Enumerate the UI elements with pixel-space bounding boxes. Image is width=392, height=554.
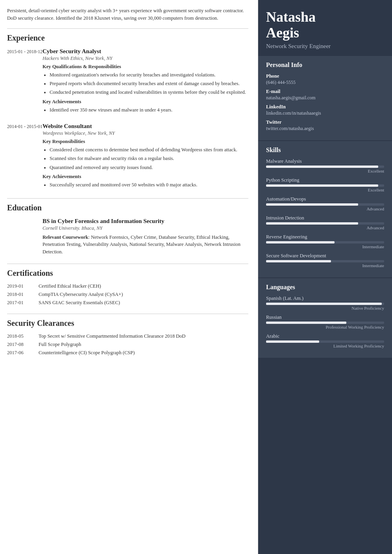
divider-education <box>7 198 248 199</box>
skill-bar-bg-0 <box>266 165 384 168</box>
responsibilities-label-2: Key Responsibilities <box>43 139 248 145</box>
cert-item-3: 2017-01 SANS GIAC Security Essentials (G… <box>7 300 248 306</box>
skills-section: Skills Malware Analysis Excellent Python… <box>258 141 392 277</box>
lang-bar-bg-2 <box>266 340 384 343</box>
clearances-title: Security Clearances <box>7 319 248 328</box>
skill-level-4: Intermediate <box>266 244 384 249</box>
exp-date-1: 2015-01 - 2018-12 <box>7 48 43 115</box>
exp-content-1: Cyber Security Analyst Hackers With Ethi… <box>43 48 248 115</box>
lang-item-0: Spanish (Lat. Am.) Native Proficiency <box>266 296 384 310</box>
edu-coursework: Relevant Coursework: Network Forensics, … <box>43 234 248 256</box>
right-header: Natasha Aegis Network Security Engineer <box>258 0 392 56</box>
skill-item-3: Intrusion Detection Advanced <box>266 215 384 230</box>
personal-info-title: Personal Info <box>266 61 384 69</box>
skill-item-0: Malware Analysis Excellent <box>266 158 384 173</box>
company-1: Hackers With Ethics, New York, NY <box>43 56 248 61</box>
skill-level-2: Advanced <box>266 206 384 211</box>
lang-level-0: Native Proficiency <box>266 306 384 310</box>
list-item: Identified over 350 new viruses and malw… <box>50 106 248 114</box>
achievements-label-2: Key Achievements <box>43 174 248 180</box>
achievements-list-1: Identified over 350 new viruses and malw… <box>43 106 248 114</box>
list-item: Monitored organization's networks for se… <box>50 71 248 79</box>
skill-name-2: Automation/Devops <box>266 196 384 202</box>
lang-level-2: Limited Working Proficiency <box>266 344 384 348</box>
skill-bar-fill-5 <box>266 260 331 262</box>
clearance-item-1: 2018-05 Top Secret w/ Sensitive Compartm… <box>7 333 248 339</box>
skill-bar-bg-4 <box>266 241 384 244</box>
responsibilities-list-2: Considered client concerns to determine … <box>43 146 248 171</box>
company-2: Wordpress Workplace, New York, NY <box>43 130 248 136</box>
achievements-list-2: Successfully secured and monitored over … <box>43 181 248 189</box>
skill-item-1: Python Scripting Excellent <box>266 177 384 192</box>
summary-text: Persistent, detail-oriented cyber securi… <box>7 7 248 22</box>
clearances-section: Security Clearances 2018-05 Top Secret w… <box>7 319 248 356</box>
candidate-name-line1: Natasha <box>266 9 316 25</box>
certifications-title: Certifications <box>7 269 248 278</box>
cert-date-1: 2019-01 <box>7 283 39 289</box>
skill-bar-bg-1 <box>266 184 384 187</box>
lang-bar-bg-1 <box>266 322 384 324</box>
cert-name-2: CompTIA Cybersecurity Analyst (CySA+) <box>39 292 248 297</box>
lang-bar-bg-0 <box>266 303 384 305</box>
email-value: natasha.aegis@gmail.com <box>266 95 384 101</box>
lang-bar-fill-2 <box>266 340 319 343</box>
clearance-date-2: 2017-08 <box>7 342 39 348</box>
skill-level-1: Excellent <box>266 188 384 192</box>
experience-section: Experience 2015-01 - 2018-12 Cyber Secur… <box>7 33 248 190</box>
skill-bar-fill-0 <box>266 165 378 168</box>
skill-bar-fill-4 <box>266 241 335 244</box>
left-column: Persistent, detail-oriented cyber securi… <box>0 0 258 554</box>
exp-content-2: Website Consultant Wordpress Workplace, … <box>43 123 248 190</box>
twitter-label: Twitter <box>266 119 384 125</box>
skill-bar-bg-2 <box>266 203 384 206</box>
list-item: Quarantined and removed any security iss… <box>50 164 248 171</box>
certifications-section: Certifications 2019-01 Certified Ethical… <box>7 269 248 306</box>
languages-title: Languages <box>266 284 384 291</box>
skill-bar-fill-2 <box>266 203 358 206</box>
skill-bar-bg-3 <box>266 222 384 225</box>
clearance-name-3: Counterintelligence (CI) Scope Polygraph… <box>39 350 248 356</box>
experience-title: Experience <box>7 33 248 43</box>
skill-name-5: Secure Software Development <box>266 253 384 259</box>
clearance-item-3: 2017-06 Counterintelligence (CI) Scope P… <box>7 350 248 356</box>
experience-item-1: 2015-01 - 2018-12 Cyber Security Analyst… <box>7 48 248 115</box>
skill-name-3: Intrusion Detection <box>266 215 384 221</box>
skill-item-4: Reverse Engineering Intermediate <box>266 234 384 249</box>
languages-section: Languages Spanish (Lat. Am.) Native Prof… <box>258 278 392 358</box>
divider-certifications <box>7 264 248 264</box>
responsibilities-list-1: Monitored organization's networks for se… <box>43 71 248 97</box>
education-title: Education <box>7 203 248 212</box>
skill-name-4: Reverse Engineering <box>266 234 384 240</box>
list-item: Prepared reports which documented securi… <box>50 80 248 87</box>
lang-bar-fill-0 <box>266 303 382 305</box>
twitter-value: twitter.com/natasha.aegis <box>266 126 384 132</box>
clearance-name-1: Top Secret w/ Sensitive Compartmented In… <box>39 333 248 339</box>
email-label: E-mail <box>266 89 384 95</box>
job-title-2: Website Consultant <box>43 123 248 130</box>
candidate-name-line2: Aegis <box>266 25 299 41</box>
responsibilities-label-1: Key Qualifications & Responsibilities <box>43 64 248 70</box>
education-section: Education BS in Cyber Forensics and Info… <box>7 203 248 256</box>
personal-info-section: Personal Info Phone (646) 444-5555 E-mai… <box>258 56 392 140</box>
lang-level-1: Professional Working Proficiency <box>266 325 384 329</box>
skill-level-3: Advanced <box>266 225 384 230</box>
list-item: Considered client concerns to determine … <box>50 146 248 154</box>
clearance-item-2: 2017-08 Full Scope Polygraph <box>7 342 248 348</box>
skill-level-5: Intermediate <box>266 263 384 268</box>
linkedin-label: LinkedIn <box>266 104 384 110</box>
skill-bar-bg-5 <box>266 260 384 262</box>
phone-label: Phone <box>266 73 384 79</box>
phone-value: (646) 444-5555 <box>266 80 384 86</box>
skill-name-1: Python Scripting <box>266 177 384 183</box>
lang-name-1: Russian <box>266 314 384 320</box>
divider-clearances <box>7 314 248 314</box>
lang-bar-fill-1 <box>266 322 346 324</box>
skills-title: Skills <box>266 147 384 154</box>
clearance-date-3: 2017-06 <box>7 350 39 356</box>
skill-name-0: Malware Analysis <box>266 158 384 164</box>
candidate-name: Natasha Aegis <box>266 9 384 41</box>
linkedin-value: linkedin.com/in/natashaaegis <box>266 110 384 116</box>
skill-level-0: Excellent <box>266 169 384 173</box>
clearance-name-2: Full Scope Polygraph <box>39 342 248 348</box>
list-item: Conducted penetration testing and locate… <box>50 89 248 96</box>
